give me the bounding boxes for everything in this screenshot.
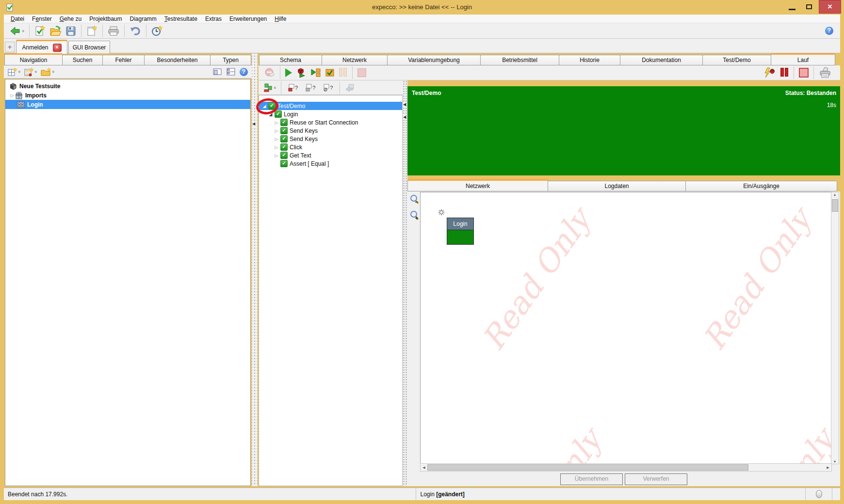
expand-collapsed-icon[interactable]: ▷ [274,153,279,158]
hot-debug-button[interactable] [762,66,778,79]
login-node-header[interactable]: Login [447,218,473,230]
run-button[interactable] [283,66,294,79]
tab-suchen[interactable]: Suchen [62,55,103,65]
breakpoint-error-button[interactable]: ? [286,81,300,94]
tree-item-testsuite[interactable]: Neue Testsuite [5,81,250,91]
checkbox-checked-icon[interactable]: ✓ [280,127,288,134]
minimize-button[interactable] [789,9,795,10]
expand-open-icon[interactable]: ◢ [261,104,267,109]
zoom-out-icon[interactable] [409,194,419,205]
tab-gui-browser[interactable]: GUI Browser [68,41,110,53]
help-button[interactable]: ? [823,24,835,38]
menu-testresultate[interactable]: Testresultate [161,15,201,23]
menu-fenster[interactable]: Fenster [28,15,56,23]
splitter-collapse-icon[interactable]: ◀ [252,121,255,126]
expand-open-icon[interactable]: ◢ [268,112,274,117]
print-report-button[interactable] [817,66,833,79]
tab-variablenumgebung[interactable]: Variablenumgebung [387,55,481,65]
print-button[interactable] [106,24,121,38]
close-button[interactable]: × [819,0,841,14]
menu-gehe-zu[interactable]: Gehe zu [56,15,85,23]
expand-collapsed-icon[interactable]: ▷ [274,128,279,133]
result-tree-row-get-text[interactable]: ▷ ✓ Get Text [259,151,402,159]
result-tree-row-send-keys-2[interactable]: ▷ ✓ Send Keys [259,135,402,143]
checkbox-checked-icon[interactable]: ✓ [280,119,288,126]
layout-split-button[interactable] [224,65,238,79]
new-folder-button[interactable]: » [39,65,56,79]
undo-button[interactable] [128,24,143,38]
goto-node-button[interactable] [343,81,357,94]
add-tab-button[interactable]: + [5,42,15,52]
tree-item-login[interactable]: Login [5,100,250,109]
result-tree-row-assert[interactable]: ✓ Assert [ Equal ] [259,159,402,168]
tab-result-ein-ausgaenge[interactable]: Ein/Ausgänge [685,181,837,191]
checkbox-checked-icon[interactable]: ✓ [280,135,288,142]
expand-collapsed-icon[interactable]: ▷ [9,93,15,98]
tab-result-netzwerk[interactable]: Netzwerk [407,179,548,191]
login-node-body[interactable] [447,230,473,244]
menu-datei[interactable]: Datei [7,15,28,23]
new-testsuite-button[interactable] [32,24,48,38]
tab-fehler[interactable]: Fehler [102,55,145,65]
tab-lauf[interactable]: Lauf [771,53,835,65]
gear-icon[interactable] [438,209,445,216]
discard-button[interactable]: Verwerfen [625,473,687,485]
checkbox-checked-icon[interactable]: ✓ [280,152,288,159]
checkbox-checked-icon[interactable]: ✓ [280,143,288,151]
new-list-button[interactable]: » [22,65,39,79]
run-with-assertions-button[interactable] [323,66,337,79]
zoom-in-icon[interactable] [409,210,419,221]
open-button[interactable] [48,24,64,38]
stop-button[interactable] [356,66,368,79]
left-splitter[interactable]: ◀ [252,53,258,486]
history-button[interactable] [149,24,165,38]
splitter-collapse-icon[interactable]: ◀ [403,102,406,107]
breakpoint-button[interactable]: ? [304,81,317,94]
scroll-down-icon[interactable]: ▼ [831,460,838,463]
vertical-scroll-thumb[interactable] [832,199,838,212]
tab-typen[interactable]: Typen [210,55,251,65]
result-tree-row-test-demo[interactable]: ◢ ✓ Test/Demo [259,102,402,110]
tab-schema[interactable]: Schema [259,55,322,65]
clear-results-button[interactable] [262,66,277,79]
network-canvas[interactable]: Read Only Read Only Read Only Read Only … [420,192,831,464]
save-button[interactable] [64,24,78,38]
tab-anmelden[interactable]: Anmelden × [16,40,67,54]
step-button[interactable] [308,66,323,79]
pause-button[interactable] [337,66,349,79]
debug-button[interactable] [294,66,308,79]
tab-historie[interactable]: Historie [559,55,620,65]
breakpoint-skip-button[interactable]: ? [321,81,335,94]
node-actions-button[interactable]: » [261,81,278,94]
menu-hilfe[interactable]: Hilfe [271,15,290,23]
tab-besonderheiten[interactable]: Besonderheiten [144,55,211,65]
middle-splitter[interactable]: ◀ ◀ [403,80,407,486]
tab-netzwerk[interactable]: Netzwerk [322,55,388,65]
horizontal-scrollbar[interactable]: ◀ ▶ [420,463,832,472]
stop-run-button[interactable] [797,66,811,79]
result-tree-row-send-keys-1[interactable]: ▷ ✓ Send Keys [259,126,402,135]
tab-test-demo[interactable]: Test/Demo [702,55,771,65]
vertical-scrollbar[interactable]: ▲ ▼ [831,192,839,464]
scroll-right-icon[interactable]: ▶ [825,466,831,470]
menu-extras[interactable]: Extras [201,15,226,23]
layout-single-button[interactable] [211,65,224,79]
tree-item-imports[interactable]: ▷ Imports [5,91,250,100]
tab-navigation[interactable]: Navigation [4,53,63,65]
result-tree-row-reuse[interactable]: ▷ ✓ Reuse or Start Connection [259,118,402,126]
checkbox-checked-icon[interactable]: ✓ [268,102,276,110]
menu-erweiterungen[interactable]: Erweiterungen [226,15,271,23]
checkbox-checked-icon[interactable]: ✓ [275,110,282,118]
tab-close-icon[interactable]: × [53,44,62,52]
horizontal-scroll-thumb[interactable] [427,464,748,471]
splitter-collapse-icon[interactable]: ◀ [403,114,406,120]
new-view-button[interactable]: » [6,65,22,79]
new-document-button[interactable] [84,24,99,38]
login-node[interactable]: Login [447,218,474,245]
result-tree-row-login[interactable]: ◢ ✓ Login [259,110,402,118]
expand-collapsed-icon[interactable]: ▷ [274,145,279,150]
pause-run-button[interactable] [778,66,791,79]
tab-result-logdaten[interactable]: Logdaten [548,181,686,191]
scroll-up-icon[interactable]: ▲ [831,193,838,196]
tab-betriebsmittel[interactable]: Betriebsmittel [480,55,559,65]
